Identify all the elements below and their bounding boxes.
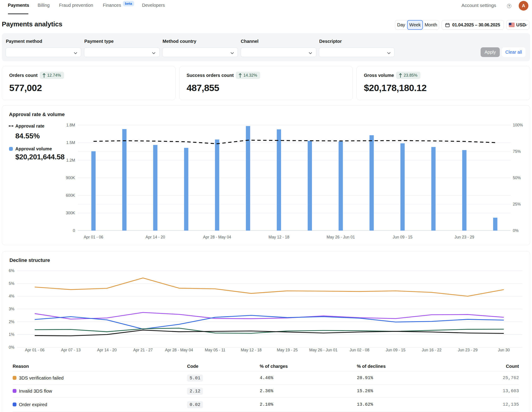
svg-text:Apr 01 - 06: Apr 01 - 06 xyxy=(84,235,103,239)
svg-text:1.2M: 1.2M xyxy=(66,158,75,162)
svg-text:6%: 6% xyxy=(9,268,14,273)
svg-text:75%: 75% xyxy=(513,149,521,154)
svg-text:1.5M: 1.5M xyxy=(66,140,75,145)
svg-text:Jun 09 - 15: Jun 09 - 15 xyxy=(386,348,406,352)
svg-text:5%: 5% xyxy=(9,281,14,286)
svg-text:May 26 - Jun 01: May 26 - Jun 01 xyxy=(327,235,355,239)
svg-text:May 19 - 25: May 19 - 25 xyxy=(277,348,298,352)
svg-text:100%: 100% xyxy=(513,123,523,127)
svg-text:300K: 300K xyxy=(66,211,75,215)
svg-text:0%: 0% xyxy=(9,345,14,350)
svg-text:Jun 09 - 15: Jun 09 - 15 xyxy=(393,235,413,239)
svg-text:3%: 3% xyxy=(9,307,14,311)
svg-text:Apr 14 - 20: Apr 14 - 20 xyxy=(146,235,165,239)
svg-text:900K: 900K xyxy=(66,176,75,180)
svg-text:25%: 25% xyxy=(513,202,521,206)
svg-text:Jun 23 - 29: Jun 23 - 29 xyxy=(455,235,474,239)
svg-text:May 12 - 18: May 12 - 18 xyxy=(241,348,261,352)
svg-text:1.8M: 1.8M xyxy=(66,123,75,127)
svg-text:0: 0 xyxy=(73,228,75,233)
svg-text:1%: 1% xyxy=(9,332,14,337)
svg-text:Apr 07 - 13: Apr 07 - 13 xyxy=(61,348,81,352)
svg-text:50%: 50% xyxy=(513,176,521,180)
svg-text:0%: 0% xyxy=(513,228,518,233)
svg-text:Apr 01 - 06: Apr 01 - 06 xyxy=(25,348,45,352)
svg-text:May 12 - 18: May 12 - 18 xyxy=(268,235,289,239)
svg-text:2%: 2% xyxy=(9,320,14,324)
svg-text:Jun 30: Jun 30 xyxy=(498,348,510,352)
svg-text:Jun 23 - 29: Jun 23 - 29 xyxy=(458,348,478,352)
svg-text:May 26 - Jun 01: May 26 - Jun 01 xyxy=(309,348,337,352)
svg-text:Apr 21 - 27: Apr 21 - 27 xyxy=(133,348,153,352)
svg-text:Apr 14 - 20: Apr 14 - 20 xyxy=(97,348,117,352)
svg-text:Jun 16 - 22: Jun 16 - 22 xyxy=(422,348,442,352)
svg-text:Jun 02 - 08: Jun 02 - 08 xyxy=(350,348,370,352)
svg-text:600K: 600K xyxy=(66,193,75,198)
svg-text:May 05 - 11: May 05 - 11 xyxy=(205,348,225,352)
svg-text:Apr 28 - May 04: Apr 28 - May 04 xyxy=(203,235,231,239)
svg-text:4%: 4% xyxy=(9,294,14,298)
svg-text:Apr 28 - May 04: Apr 28 - May 04 xyxy=(165,348,193,352)
